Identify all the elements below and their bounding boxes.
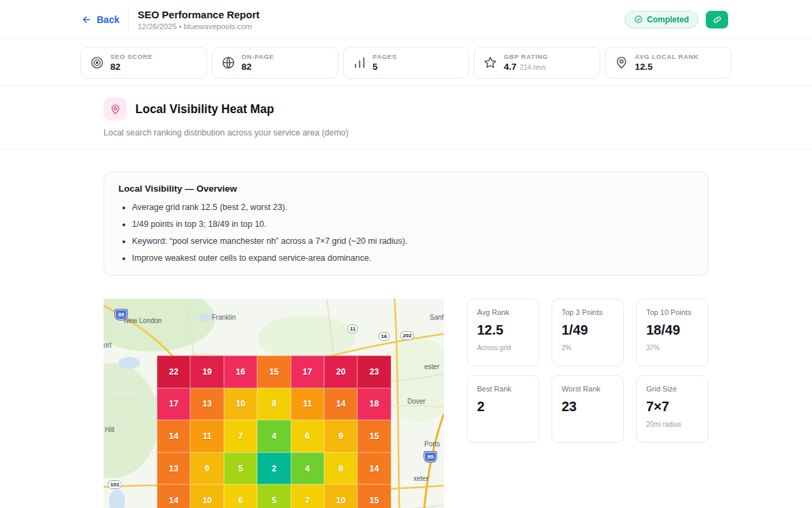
metric-sub: 20mi radius — [646, 421, 698, 428]
metric-sub: Across grid — [477, 344, 529, 352]
top-bar: Back SEO Performance Report 12/26/2025 •… — [0, 0, 812, 39]
seo-report-page: Back SEO Performance Report 12/26/2025 •… — [0, 0, 812, 508]
pin-icon — [614, 56, 629, 70]
section-divider — [0, 149, 812, 150]
metric-label: Best Rank — [477, 385, 529, 393]
star-icon — [483, 56, 497, 70]
road-badge-89: 89 — [115, 310, 127, 320]
overview-bullet: Improve weakest outer cells to expand se… — [132, 253, 694, 263]
stat-value: 5 — [373, 62, 378, 72]
stat-text: PAGES5 — [373, 53, 397, 72]
share-link-button[interactable] — [706, 11, 728, 28]
metric-value: 2 — [477, 399, 529, 415]
content-row: New LondonFranklinSanfesterDoverPortsxet… — [104, 299, 708, 508]
stat-value-row: 12.5 — [635, 62, 698, 72]
metric-label: Grid Size — [646, 385, 698, 393]
heatmap-cell: 16 — [224, 356, 257, 388]
back-label: Back — [97, 14, 119, 25]
road-badge-101: 101 — [108, 480, 122, 489]
stat-card-seo-score: SEO SCORE82 — [81, 47, 207, 79]
heatmap-cell: 7 — [291, 484, 324, 508]
map-label-xeter: xeter — [413, 475, 428, 482]
map-container[interactable]: New LondonFranklinSanfesterDoverPortsxet… — [104, 299, 444, 508]
map-label-hill: Hill — [105, 426, 114, 433]
map-label-franklin: Franklin — [212, 314, 236, 321]
heatmap-grid: 2219161517202317131081114181411746915139… — [157, 356, 391, 508]
metric-card-best-rank: Best Rank2 — [467, 375, 539, 443]
back-button[interactable]: Back — [81, 14, 119, 25]
heatmap-cell: 14 — [157, 420, 190, 452]
metric-label: Avg Rank — [477, 308, 529, 316]
metric-card-top-10-points: Top 10 Points18/4937% — [636, 299, 708, 366]
check-circle-icon — [634, 15, 643, 24]
section-title: Local Visibility Heat Map — [135, 102, 274, 117]
metric-label: Worst Rank — [562, 385, 614, 393]
metric-value: 18/49 — [646, 322, 698, 338]
stats-bar: SEO SCORE82ON-PAGE82PAGES5GBP RATING4.72… — [0, 39, 812, 86]
stat-text: ON-PAGE82 — [242, 53, 274, 72]
road-badge-11: 11 — [347, 324, 358, 333]
overview-bullet: 1/49 points in top 3; 18/49 in top 10. — [132, 219, 694, 229]
arrow-left-icon — [81, 14, 92, 25]
metric-card-grid-size: Grid Size7×720mi radius — [636, 375, 708, 443]
heatmap-cell: 14 — [157, 484, 190, 508]
metric-value: 12.5 — [477, 322, 529, 338]
heatmap-cell: 19 — [190, 356, 223, 388]
heatmap-cell: 17 — [291, 356, 324, 388]
globe-icon — [221, 56, 235, 70]
heatmap-cell: 15 — [257, 356, 290, 388]
heatmap-cell: 22 — [157, 356, 190, 388]
stat-card-gbp-rating: GBP RATING4.7214 revs — [474, 47, 600, 79]
overview-bullets: Average grid rank 12.5 (best 2, worst 23… — [118, 203, 694, 263]
map-label-ports: Ports — [424, 440, 440, 448]
stat-label: PAGES — [373, 53, 397, 60]
metric-card-avg-rank: Avg Rank12.5Across grid — [467, 299, 539, 366]
overview-card: Local Visibility — Overview Average grid… — [104, 171, 708, 276]
stat-sub: 214 revs — [520, 64, 545, 71]
metric-card-worst-rank: Worst Rank23 — [551, 375, 624, 443]
overview-title: Local Visibility — Overview — [118, 184, 694, 194]
map-label-dover: Dover — [407, 398, 426, 405]
heatmap-cell: 8 — [324, 452, 357, 485]
metric-sub: 2% — [562, 344, 614, 352]
stat-card-pages: PAGES5 — [343, 47, 470, 79]
section-head: Local Visibility Heat Map — [104, 98, 708, 121]
metric-value: 23 — [562, 399, 614, 415]
stat-label: SEO SCORE — [110, 53, 152, 60]
map-pin-icon — [104, 98, 127, 121]
heatmap-cell: 13 — [157, 452, 190, 485]
heatmap-cell: 10 — [324, 484, 357, 508]
report-meta: 12/26/2025 • bluewavepools.com — [137, 22, 259, 30]
heatmap-cell: 11 — [291, 388, 324, 421]
map-label-sanf: Sanf — [430, 314, 444, 321]
road-badge-16: 16 — [378, 332, 390, 341]
heatmap-cell: 23 — [357, 356, 390, 388]
main-content: Local Visibility Heat Map Local search r… — [0, 86, 812, 137]
heatmap-cell: 20 — [324, 356, 357, 388]
heatmap-cell: 9 — [324, 420, 357, 452]
heatmap-cell: 4 — [291, 452, 324, 485]
heatmap-cell: 15 — [357, 484, 390, 508]
stat-value: 82 — [110, 62, 120, 72]
stat-text: SEO SCORE82 — [110, 53, 152, 72]
heatmap-cell: 14 — [324, 388, 357, 421]
heatmap-cell: 5 — [224, 452, 257, 485]
stat-value: 12.5 — [635, 62, 652, 72]
stat-value-row: 82 — [110, 62, 152, 72]
stat-value-row: 82 — [242, 62, 274, 72]
heatmap-cell: 8 — [257, 388, 290, 421]
stat-value-row: 5 — [373, 62, 397, 72]
heatmap-cell: 11 — [190, 420, 223, 452]
map-label-new-london: New London — [124, 317, 162, 324]
heatmap-cell: 9 — [190, 452, 223, 485]
heatmap-cell: 2 — [257, 452, 290, 485]
vertical-divider — [128, 9, 129, 30]
heatmap-cell: 13 — [190, 388, 223, 421]
stat-label: GBP RATING — [503, 53, 547, 60]
status-label: Completed — [647, 15, 689, 24]
metric-sub: 37% — [646, 344, 698, 352]
heatmap-cell: 17 — [157, 388, 190, 421]
bar-chart-icon — [353, 56, 367, 70]
overview-bullet: Average grid rank 12.5 (best 2, worst 23… — [132, 203, 694, 212]
stat-card-avg-local-rank: AVG LOCAL RANK12.5 — [605, 47, 731, 79]
